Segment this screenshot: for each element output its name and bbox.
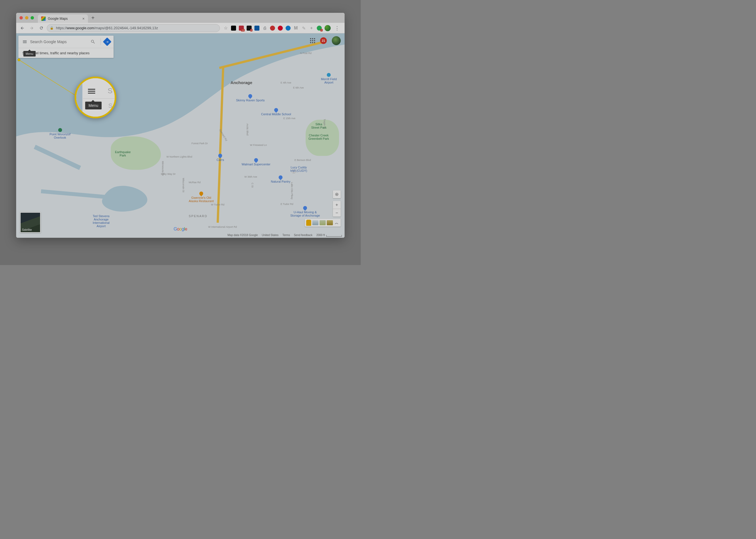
road-label: E 15th Ave <box>283 117 295 120</box>
road-label: Milky Way Dr <box>161 173 176 175</box>
google-logo: Google <box>174 227 187 232</box>
airport-pin-icon <box>327 73 331 77</box>
park-label-sitka: Sitka Street Park <box>311 122 327 129</box>
ext-pocket-icon[interactable] <box>231 26 236 31</box>
zoom-out-button[interactable]: − <box>333 209 341 217</box>
window-fullscreen-button[interactable] <box>31 16 34 20</box>
attrib-country[interactable]: United States <box>262 234 278 237</box>
search-button[interactable] <box>91 39 98 44</box>
search-icon <box>91 39 96 44</box>
poi-central-middle-school[interactable]: Central Middle School <box>261 108 291 116</box>
nav-back-button[interactable] <box>18 24 26 32</box>
poi-merrill-field[interactable]: Merrill Field Airport <box>321 73 337 84</box>
poi-skinny-raven[interactable]: Skinny Raven Sports <box>236 94 265 102</box>
new-tab-button[interactable]: + <box>88 15 98 21</box>
ext-dark-icon[interactable]: 0 <box>247 26 252 31</box>
window-close-button[interactable] <box>20 16 23 20</box>
layer-swatch[interactable] <box>327 220 333 225</box>
tab-title: Google Maps <box>48 17 68 21</box>
browser-tab[interactable]: Google Maps × <box>38 15 88 23</box>
magnified-placeholder-glimpse: S <box>108 87 113 95</box>
ext-bluecircle-icon[interactable] <box>286 26 291 31</box>
svg-rect-1 <box>41 189 105 199</box>
notifications-button[interactable]: 21 <box>320 37 327 44</box>
road-label: Forest Park Dr <box>191 142 208 145</box>
road-label: W Fireweed Ln <box>250 144 267 146</box>
my-location-button[interactable] <box>333 191 341 198</box>
account-avatar[interactable] <box>332 36 341 45</box>
url-text: https://www.google.com/maps/@61.2024644,… <box>56 26 158 30</box>
attrib-terms[interactable]: Terms <box>282 234 290 237</box>
poi-ted-stevens-airport[interactable]: Ted Stevens Anchorage International Airp… <box>93 214 110 228</box>
ext-redcircle-icon[interactable] <box>270 26 275 31</box>
road-label: Lake Otis Pkwy <box>291 182 293 199</box>
ext-plus-icon[interactable]: + <box>309 26 314 31</box>
svg-point-2 <box>336 194 338 195</box>
road-label: W 36th Ave <box>244 175 257 178</box>
ext-blue-icon[interactable] <box>255 26 260 31</box>
window-minimize-button[interactable] <box>25 16 29 20</box>
layers-bar: ︽ <box>305 219 341 227</box>
nav-forward-button[interactable] <box>28 24 36 32</box>
map-attribution: Map data ©2018 Google United States Term… <box>227 234 342 237</box>
road-label: E 4th Ave <box>280 81 291 84</box>
poi-gwennies[interactable]: Gwennie's Old Alaska Restaurant <box>189 192 214 203</box>
shop-pin-icon <box>278 175 283 180</box>
ext-quill-icon[interactable]: ✎ <box>301 26 306 31</box>
road-label: N Post Rd <box>300 52 312 54</box>
annotation-magnifier: S Menu S <box>75 77 116 118</box>
browser-menu-button[interactable]: ⋮ <box>334 25 341 31</box>
poi-natural-pantry[interactable]: Natural Pantry <box>271 175 290 183</box>
browser-window: Google Maps × + 🔒 https://www.google.com… <box>16 13 344 238</box>
area-label-spenard: SPENARD <box>189 214 207 218</box>
poi-uhaul[interactable]: U-Haul Moving & Storage of Anchorage <box>290 206 320 217</box>
food-pin-icon <box>198 191 204 196</box>
ext-m-icon[interactable]: M <box>293 26 298 31</box>
zoom-in-button[interactable]: + <box>333 201 341 209</box>
zoom-controls: + − <box>333 201 341 217</box>
satellite-label: Satellite <box>21 227 34 232</box>
search-input[interactable] <box>30 39 89 44</box>
poi-woronzof[interactable]: Point Woronzof Overlook <box>49 128 70 139</box>
ext-pinterest-icon[interactable] <box>278 26 283 31</box>
road-label: E 6th Ave <box>293 86 304 89</box>
address-bar[interactable]: 🔒 https://www.google.com/maps/@61.202464… <box>47 24 220 32</box>
directions-button[interactable] <box>103 38 111 46</box>
ext-greendot-icon[interactable]: 1 <box>317 26 322 31</box>
road-label: C St <box>251 183 254 188</box>
magnified-menu-tooltip: Menu <box>85 102 102 110</box>
directions-icon <box>103 37 111 46</box>
google-apps-button[interactable] <box>310 38 315 43</box>
poi-carrs[interactable]: Carrs <box>217 154 224 162</box>
map-canvas[interactable]: Anchorage Point Woronzof Overlook Skinny… <box>16 34 344 238</box>
maps-top-right-controls: 21 <box>310 36 341 45</box>
road-label: E Benson Blvd <box>294 159 311 162</box>
road-label: W Northern Lights Blvd <box>167 155 192 158</box>
ext-cast-icon[interactable]: ⎙ <box>262 26 267 31</box>
road-label: McRae Rd <box>189 181 201 184</box>
browser-toolbar: 🔒 https://www.google.com/maps/@61.202464… <box>16 23 344 34</box>
ext-lastpass-icon[interactable]: 19 <box>239 26 244 31</box>
map-controls-stack: + − <box>333 191 341 217</box>
layer-swatch[interactable] <box>320 220 326 225</box>
tab-bar: Google Maps × + <box>16 13 344 23</box>
satellite-toggle[interactable]: Satellite <box>20 212 40 233</box>
pegman[interactable] <box>306 220 311 226</box>
attrib-feedback[interactable]: Send feedback <box>294 234 313 237</box>
map-viewport[interactable]: Anchorage Point Woronzof Overlook Skinny… <box>16 34 344 238</box>
poi-lucy-cuddy[interactable]: Lucy Cuddy Hall (CUDY) <box>290 166 307 172</box>
layers-expand-button[interactable]: ︽ <box>334 220 339 225</box>
annotation-anchor-dot <box>18 58 20 61</box>
shop-pin-icon <box>218 153 223 158</box>
school-pin-icon <box>273 107 279 113</box>
bookmark-star-button[interactable]: ☆ <box>223 26 228 31</box>
tab-close-button[interactable]: × <box>82 16 85 21</box>
menu-button[interactable] <box>21 38 29 46</box>
nav-reload-button[interactable] <box>37 24 45 32</box>
road-label: E Tudor Rd <box>280 203 293 205</box>
layer-swatch[interactable] <box>312 220 319 225</box>
poi-walmart[interactable]: Walmart Supercenter <box>242 158 270 166</box>
road-label: W Tudor Rd <box>211 203 224 206</box>
ext-avatar-icon[interactable] <box>325 25 331 31</box>
lock-icon: 🔒 <box>50 26 54 30</box>
